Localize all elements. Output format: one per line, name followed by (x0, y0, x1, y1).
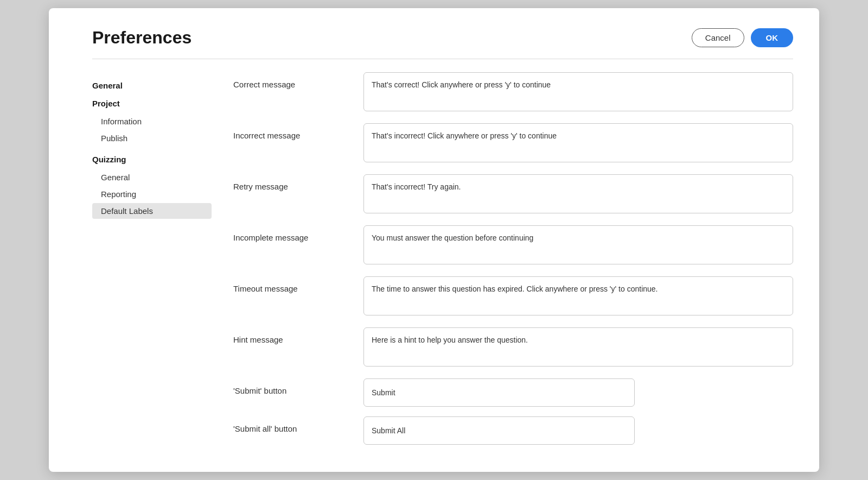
header-buttons: Cancel OK (692, 28, 793, 47)
main-content: Correct message That's correct! Click an… (212, 72, 819, 472)
sidebar: General Project Information Publish Quiz… (49, 72, 212, 472)
ok-button[interactable]: OK (751, 28, 794, 47)
dialog-body: General Project Information Publish Quiz… (49, 59, 819, 472)
form-row-hint: Hint message Here is a hint to help you … (233, 327, 793, 369)
input-timeout-message[interactable]: The time to answer this question has exp… (363, 276, 793, 315)
sidebar-section-quizzing: Quizzing (92, 155, 212, 164)
sidebar-item-general[interactable]: General (92, 169, 212, 185)
field-incorrect-message: That's incorrect! Click anywhere or pres… (363, 123, 793, 165)
sidebar-item-information[interactable]: Information (92, 113, 212, 129)
sidebar-item-publish[interactable]: Publish (92, 130, 212, 146)
label-submit-button: 'Submit' button (233, 378, 363, 395)
sidebar-item-reporting[interactable]: Reporting (92, 186, 212, 202)
label-timeout-message: Timeout message (233, 276, 363, 293)
label-retry-message: Retry message (233, 174, 363, 191)
sidebar-section-general[interactable]: General (92, 81, 212, 90)
form-row-submit-all: 'Submit all' button (233, 416, 793, 445)
field-incomplete-message: You must answer the question before cont… (363, 225, 793, 267)
input-submit-button[interactable] (363, 378, 635, 407)
cancel-button[interactable]: Cancel (692, 28, 744, 47)
label-submit-all-button: 'Submit all' button (233, 416, 363, 433)
preferences-dialog: Preferences Cancel OK General Project In… (49, 8, 819, 472)
input-retry-message[interactable]: That's incorrect! Try again. (363, 174, 793, 213)
dialog-header: Preferences Cancel OK (49, 8, 819, 59)
sidebar-item-default-labels[interactable]: Default Labels (92, 203, 212, 219)
field-retry-message: That's incorrect! Try again. (363, 174, 793, 216)
page-title: Preferences (92, 28, 192, 48)
form-row-retry: Retry message That's incorrect! Try agai… (233, 174, 793, 216)
input-hint-message[interactable]: Here is a hint to help you answer the qu… (363, 327, 793, 367)
form-row-incorrect: Incorrect message That's incorrect! Clic… (233, 123, 793, 165)
form-row-incomplete: Incomplete message You must answer the q… (233, 225, 793, 267)
form-row-correct: Correct message That's correct! Click an… (233, 72, 793, 113)
field-hint-message: Here is a hint to help you answer the qu… (363, 327, 793, 369)
sidebar-section-project: Project (92, 99, 212, 108)
label-correct-message: Correct message (233, 72, 363, 89)
input-incorrect-message[interactable]: That's incorrect! Click anywhere or pres… (363, 123, 793, 162)
input-submit-all-button[interactable] (363, 416, 635, 445)
label-incorrect-message: Incorrect message (233, 123, 363, 140)
label-incomplete-message: Incomplete message (233, 225, 363, 242)
input-correct-message[interactable]: That's correct! Click anywhere or press … (363, 72, 793, 111)
field-timeout-message: The time to answer this question has exp… (363, 276, 793, 318)
field-correct-message: That's correct! Click anywhere or press … (363, 72, 793, 113)
form-row-timeout: Timeout message The time to answer this … (233, 276, 793, 318)
field-submit-button (363, 378, 635, 407)
input-incomplete-message[interactable]: You must answer the question before cont… (363, 225, 793, 264)
field-submit-all-button (363, 416, 635, 445)
form-row-submit: 'Submit' button (233, 378, 793, 407)
label-hint-message: Hint message (233, 327, 363, 344)
